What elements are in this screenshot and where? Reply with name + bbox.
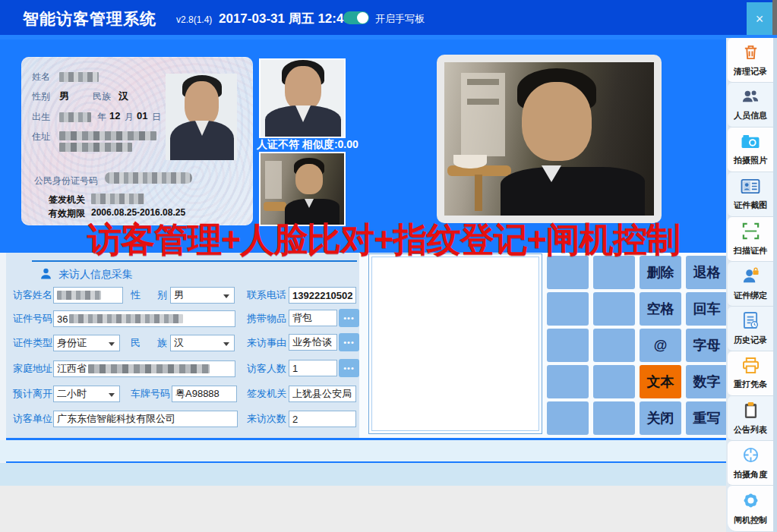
gear-icon: [742, 492, 760, 512]
key-rewrite[interactable]: 重写: [686, 401, 728, 435]
status-bar: 今日来访人数: 0 今日签离人数: 0: [0, 440, 726, 461]
sidebar-item-id-binding[interactable]: 证件绑定: [728, 262, 773, 307]
compare-camera-photo: [259, 152, 346, 226]
gender-label-1: 性: [131, 287, 141, 304]
close-button[interactable]: ×: [747, 2, 772, 36]
phone-label: 联系电话: [247, 287, 286, 304]
app-version: v2.8(1.4): [176, 14, 212, 25]
sidebar: 清理记录 人员信息 拍摄照片 证件截图 扫描证件 证件绑定 历史记录 重打凭条: [726, 38, 777, 532]
key-at[interactable]: @: [640, 329, 681, 362]
idcard-issuer-label: 签发机关: [49, 194, 85, 206]
sidebar-item-notice-list[interactable]: 公告列表: [728, 396, 773, 441]
gender-select[interactable]: 男: [170, 287, 235, 304]
visitor-count-input[interactable]: 1: [289, 360, 337, 376]
trash-icon: [742, 43, 760, 64]
idcard-gender-label: 性别: [32, 90, 50, 103]
sidebar-item-personnel-info[interactable]: 人员信息: [728, 83, 773, 127]
visit-times-label: 来访次数: [247, 411, 286, 427]
key-text-mode[interactable]: 文本: [640, 365, 681, 398]
visitor-management-window: 智能访客管理系统 v2.8(1.4) 2017-03-31 周五 12:49 开…: [0, 0, 777, 532]
watermark-text: 访客管理+人脸比对+指纹登记+闸机控制: [0, 217, 767, 263]
key-blank-10[interactable]: [593, 401, 635, 435]
sidebar-item-gate-control[interactable]: 闸机控制: [728, 486, 773, 532]
visitor-name-input[interactable]: [53, 287, 123, 304]
items-label: 携带物品: [247, 310, 286, 327]
key-letters[interactable]: 字母: [686, 329, 728, 362]
company-label: 访客单位: [13, 411, 52, 427]
plate-input[interactable]: 粤A98888: [172, 386, 237, 402]
visitor-count-label: 访客人数: [247, 360, 286, 377]
idcard-name-label: 姓名: [32, 71, 50, 83]
key-blank-6[interactable]: [593, 329, 635, 362]
key-blank-3[interactable]: [547, 292, 589, 326]
idcard-month-unit: 月: [125, 111, 134, 124]
idcard-year-unit: 年: [97, 111, 106, 124]
toggle-knob-icon: [357, 12, 368, 24]
visit-times-input[interactable]: 2: [289, 411, 356, 427]
leave-time-select[interactable]: 二小时: [53, 386, 120, 402]
idcard-name-redacted: [59, 72, 99, 82]
key-blank-7[interactable]: [547, 365, 589, 398]
idcard-birthyear-redacted: [59, 112, 91, 122]
key-blank-9[interactable]: [547, 401, 589, 435]
idcard-address-redacted2: [59, 143, 132, 152]
clipboard-icon: [744, 401, 758, 422]
company-input[interactable]: 广东东信智能科技有限公司: [53, 411, 238, 427]
datetime: 2017-03-31 周五 12:49: [219, 10, 351, 27]
titlebar-divider: [0, 35, 777, 39]
printer-icon: [742, 357, 760, 376]
ethnicity-select[interactable]: 汉: [170, 335, 235, 351]
key-enter[interactable]: 回车: [686, 292, 728, 326]
key-close[interactable]: 关闭: [640, 401, 681, 435]
people-icon: [741, 88, 760, 108]
sidebar-item-take-photo[interactable]: 拍摄照片: [728, 127, 773, 172]
idcard-birth-day: 01: [137, 110, 147, 121]
camera-icon: [741, 134, 760, 153]
camera-live-view: [444, 62, 654, 216]
idcard-validity-value: 2006.08.25-2016.08.25: [91, 207, 185, 218]
camera-frame: [437, 55, 662, 223]
id-number-input[interactable]: 36: [53, 310, 235, 327]
key-digits[interactable]: 数字: [686, 365, 728, 398]
plate-label: 车牌号码: [131, 386, 170, 402]
idcard-address-label: 住址: [32, 131, 50, 143]
leave-time-label: 预计离开: [13, 386, 52, 402]
sidebar-item-camera-angle[interactable]: 拍摄角度: [728, 441, 773, 486]
id-number-label: 证件号码: [13, 310, 52, 327]
crosshair-icon: [742, 446, 760, 467]
items-more-button[interactable]: •••: [339, 309, 359, 327]
compare-idcard-photo: [259, 58, 346, 138]
items-input[interactable]: 背包: [289, 310, 337, 326]
handwriting-pad[interactable]: [368, 253, 542, 434]
ethnicity-label-1: 民: [131, 335, 141, 351]
key-blank-5[interactable]: [547, 329, 589, 362]
visitor-table-body: [0, 486, 726, 532]
issuer-input[interactable]: 上犹县公安局: [289, 386, 356, 402]
window-edge: [772, 0, 777, 38]
issuer-label: 签发机关: [247, 386, 286, 402]
key-blank-4[interactable]: [593, 292, 635, 326]
handwriting-toggle[interactable]: [343, 11, 369, 24]
handwriting-pad-inner: [371, 257, 539, 431]
gender-label-2: 别: [157, 287, 167, 304]
reason-input[interactable]: 业务恰谈: [289, 334, 337, 351]
sidebar-item-history[interactable]: 历史记录: [728, 307, 773, 351]
reason-more-button[interactable]: •••: [339, 333, 359, 351]
person-lock-icon: [742, 267, 760, 288]
phone-input[interactable]: 13922210502: [289, 287, 356, 304]
idcard-photo: [166, 74, 237, 160]
id-type-select[interactable]: 身份证: [53, 335, 120, 351]
idcard-day-unit: 日: [152, 111, 161, 124]
person-icon: [39, 267, 52, 283]
sidebar-item-reprint-ticket[interactable]: 重打凭条: [728, 351, 773, 396]
handwriting-toggle-label: 开启手写板: [375, 12, 425, 26]
key-space[interactable]: 空格: [640, 292, 681, 326]
sidebar-item-id-capture[interactable]: 证件截图: [728, 172, 773, 217]
address-input[interactable]: 江西省: [53, 360, 235, 377]
idcard-ethnicity-value: 汉: [118, 90, 128, 103]
sidebar-item-clear-records[interactable]: 清理记录: [728, 38, 773, 83]
id-type-label: 证件类型: [13, 335, 52, 351]
key-blank-8[interactable]: [593, 365, 635, 398]
visitor-count-more-button[interactable]: •••: [339, 359, 359, 377]
compare-result-text: 人证不符 相似度:0.00: [257, 138, 358, 152]
